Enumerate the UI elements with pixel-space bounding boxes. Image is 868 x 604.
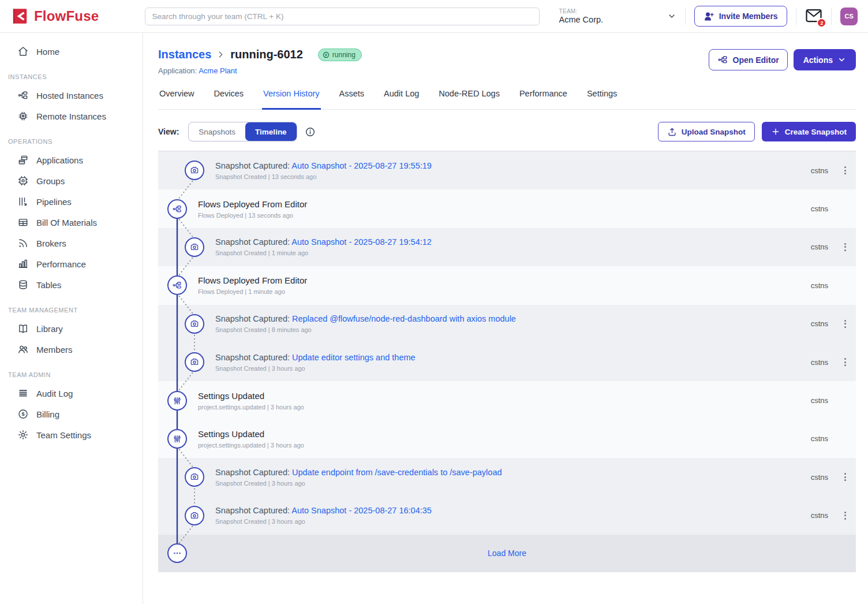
sidebar-item-billing[interactable]: $Billing <box>0 404 143 424</box>
windows-icon <box>17 154 29 166</box>
timeline: Snapshot Captured: Auto Snapshot - 2025-… <box>158 151 856 572</box>
sidebar-item-pipelines[interactable]: Pipelines <box>0 191 143 212</box>
sidebar-item-label: Pipelines <box>36 197 72 207</box>
status-running-icon <box>323 51 330 58</box>
snapshot-link[interactable]: Auto Snapshot - 2025-08-27 16:04:35 <box>291 506 432 515</box>
timeline-row-title: Snapshot Captured: Update editor setting… <box>215 353 811 362</box>
load-more-link[interactable]: Load More <box>158 549 856 558</box>
tab-audit-log[interactable]: Audit Log <box>383 87 420 110</box>
invite-members-button[interactable]: Invite Members <box>694 6 787 27</box>
kebab-menu-icon[interactable] <box>836 166 854 174</box>
chip-icon <box>17 110 29 122</box>
sidebar-item-label: Home <box>36 47 59 57</box>
dollar-icon: $ <box>17 408 29 420</box>
flowfuse-logo[interactable]: FlowFuse <box>12 8 138 25</box>
timeline-row-title: Snapshot Captured: Auto Snapshot - 2025-… <box>215 506 811 515</box>
sidebar-item-groups[interactable]: Groups <box>0 170 143 191</box>
event-title: Settings Updated <box>198 429 264 439</box>
timeline-row: Flows Deployed From EditorFlows Deployed… <box>158 266 856 304</box>
kebab-menu-icon[interactable] <box>836 358 854 366</box>
avatar[interactable]: CS <box>840 8 858 25</box>
snapshot-link[interactable]: Auto Snapshot - 2025-08-27 19:55:19 <box>291 161 432 170</box>
timeline-row-subtext: Snapshot Created | 1 minute ago <box>215 249 811 256</box>
tab-overview[interactable]: Overview <box>158 87 195 110</box>
sidebar-item-label: Remote Instances <box>36 111 106 121</box>
sidebar-item-label: Team Settings <box>36 430 91 440</box>
sidebar-item-members[interactable]: Members <box>0 339 143 360</box>
timeline-row-user: cstns <box>811 358 828 367</box>
timeline-row-title: Flows Deployed From Editor <box>198 199 811 209</box>
notification-badge: 2 <box>817 18 826 28</box>
timeline-row-subtext: Flows Deployed | 1 minute ago <box>198 288 811 295</box>
sidebar-item-hosted-instances[interactable]: Hosted Instances <box>0 85 143 106</box>
status-badge: running <box>318 49 362 61</box>
timeline-row-user: cstns <box>811 319 828 328</box>
snapshot-captured-label: Snapshot Captured: <box>215 506 291 515</box>
sidebar-item-label: Applications <box>36 155 83 165</box>
actions-button[interactable]: Actions <box>794 49 856 70</box>
sidebar-item-bill-of-materials[interactable]: Bill Of Materials <box>0 212 143 233</box>
users-icon <box>17 344 29 355</box>
breadcrumb: Instances running-6012 running <box>158 48 362 61</box>
timeline-row-user: cstns <box>811 166 828 175</box>
sidebar-item-home[interactable]: Home <box>0 41 143 62</box>
snapshot-link[interactable]: Auto Snapshot - 2025-08-27 19:54:12 <box>291 237 432 247</box>
sidebar-item-audit-log[interactable]: Audit Log <box>0 383 143 404</box>
tab-assets[interactable]: Assets <box>338 87 366 110</box>
tab-devices[interactable]: Devices <box>212 87 245 110</box>
timeline-row-subtext: Snapshot Created | 8 minutes ago <box>215 326 811 333</box>
tab-version-history[interactable]: Version History <box>262 87 321 110</box>
team-selector[interactable]: TEAM: Acme Corp. <box>559 8 676 24</box>
timeline-row: Snapshot Captured: Auto Snapshot - 2025-… <box>158 151 856 189</box>
snapshot-link[interactable]: Replaced @flowfuse/node-red-dashboard wi… <box>292 314 516 323</box>
kebab-menu-icon[interactable] <box>836 473 854 481</box>
tab-performance[interactable]: Performance <box>518 87 568 110</box>
toggle-timeline[interactable]: Timeline <box>245 122 297 141</box>
flows-icon <box>17 90 29 101</box>
tab-node-red-logs[interactable]: Node-RED Logs <box>437 87 501 110</box>
user-plus-icon <box>704 11 714 22</box>
kebab-menu-icon[interactable] <box>836 243 854 251</box>
notifications-button[interactable]: 2 <box>805 8 823 24</box>
upload-snapshot-button[interactable]: Upload Snapshot <box>658 122 755 141</box>
sidebar-section-label: OPERATIONS <box>8 138 143 145</box>
event-title: Flows Deployed From Editor <box>198 275 307 285</box>
snapshot-link[interactable]: Update editor settings and theme <box>292 353 416 362</box>
open-editor-button[interactable]: Open Editor <box>709 49 788 70</box>
sidebar-item-label: Members <box>36 345 73 355</box>
snapshot-captured-label: Snapshot Captured: <box>215 237 291 247</box>
tab-settings[interactable]: Settings <box>586 87 618 110</box>
timeline-row-user: cstns <box>811 281 828 290</box>
home-icon <box>17 46 29 57</box>
sidebar-item-performance[interactable]: Performance <box>0 253 143 274</box>
search-input[interactable] <box>145 8 540 25</box>
sidebar-item-tables[interactable]: Tables <box>0 274 143 295</box>
table-icon <box>17 217 29 228</box>
camera-icon <box>185 314 204 334</box>
snapshot-link[interactable]: Update endpoint from /save-credentials t… <box>292 468 502 477</box>
sidebar-item-applications[interactable]: Applications <box>0 150 143 170</box>
sliders-icon <box>167 391 187 411</box>
create-snapshot-button[interactable]: Create Snapshot <box>762 122 856 141</box>
sidebar-item-brokers[interactable]: Brokers <box>0 233 143 253</box>
kebab-menu-icon[interactable] <box>836 320 854 328</box>
info-icon[interactable] <box>305 126 316 137</box>
sliders-icon <box>167 429 187 449</box>
timeline-row-user: cstns <box>811 396 828 405</box>
event-title: Settings Updated <box>198 391 264 401</box>
snapshot-captured-label: Snapshot Captured: <box>215 353 292 362</box>
sidebar-item-remote-instances[interactable]: Remote Instances <box>0 106 143 126</box>
kebab-menu-icon[interactable] <box>836 512 854 520</box>
toggle-snapshots[interactable]: Snapshots <box>189 122 245 141</box>
logo-text: FlowFuse <box>34 8 99 24</box>
snapshot-captured-label: Snapshot Captured: <box>215 468 292 477</box>
sidebar-item-team-settings[interactable]: Team Settings <box>0 424 143 445</box>
application-link[interactable]: Acme Plant <box>199 66 237 75</box>
editor-flows-icon <box>717 54 728 65</box>
timeline-row-title: Settings Updated <box>198 429 811 439</box>
timeline-row-user: cstns <box>811 511 828 520</box>
team-name: Acme Corp. <box>559 15 604 24</box>
sidebar-item-library[interactable]: Library <box>0 318 143 339</box>
timeline-row-title: Snapshot Captured: Update endpoint from … <box>215 468 811 477</box>
breadcrumb-instances-link[interactable]: Instances <box>158 48 211 61</box>
